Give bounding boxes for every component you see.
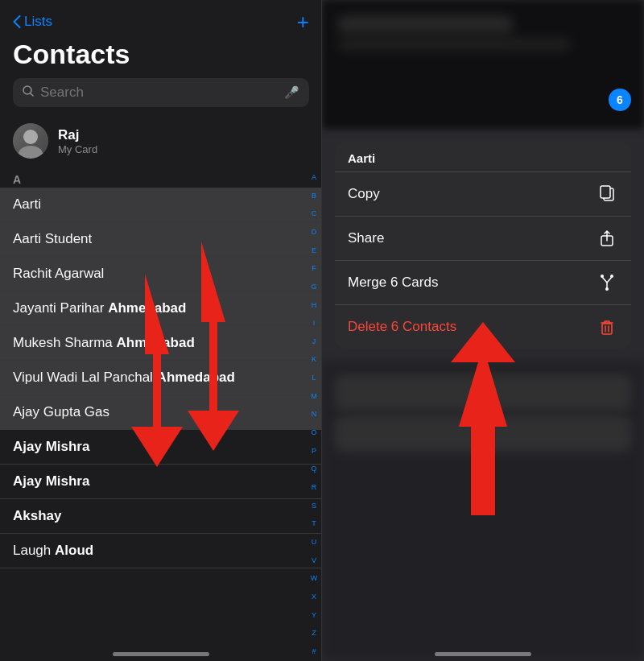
nav-bar: Lists + (0, 0, 322, 35)
alpha-e[interactable]: E (312, 246, 316, 255)
list-item[interactable]: Ajay Mishra (0, 465, 322, 499)
alpha-h[interactable]: H (312, 301, 317, 310)
contact-name: Vipul Wadi Lal Panchal Ahmedabad (13, 370, 235, 386)
contact-name: Ajay Mishra (13, 439, 89, 455)
alpha-r[interactable]: R (312, 483, 317, 492)
alpha-b[interactable]: B (312, 192, 316, 200)
alpha-k[interactable]: K (312, 355, 316, 364)
left-panel: Lists + Contacts 🎤 Raj My Card A Aarti (0, 0, 322, 661)
alpha-u[interactable]: U (312, 538, 317, 547)
alpha-p[interactable]: P (312, 447, 316, 456)
contact-list: A Aarti Aarti Student Rachit Agarwal Jay… (0, 168, 322, 661)
share-label: Share (348, 230, 384, 246)
svg-point-10 (610, 275, 613, 278)
contact-name: Ajay Gupta Gas (13, 404, 109, 420)
list-item[interactable]: Vipul Wadi Lal Panchal Ahmedabad (0, 361, 322, 395)
alpha-j[interactable]: J (312, 337, 316, 346)
alpha-x[interactable]: X (312, 593, 316, 601)
contact-name: Mukesh Sharma Ahmedabad (13, 335, 195, 351)
list-item[interactable]: Jayanti Parihar Ahmedabad (0, 291, 322, 326)
list-item[interactable]: Aarti Student (0, 222, 322, 257)
my-card-sub: My Card (58, 143, 97, 155)
contact-name: Laugh Aloud (13, 543, 93, 559)
merge-count-badge: 6 (609, 89, 631, 111)
alpha-a[interactable]: A (312, 173, 316, 182)
alpha-n[interactable]: N (312, 410, 317, 419)
alpha-hash[interactable]: # (312, 647, 316, 656)
list-item[interactable]: Ajay Gupta Gas (0, 395, 322, 430)
merge-menu-item[interactable]: Merge 6 Cards (335, 261, 631, 305)
contact-name: Aarti Student (13, 231, 92, 247)
my-card[interactable]: Raj My Card (0, 117, 322, 168)
alpha-q[interactable]: Q (311, 465, 316, 473)
search-bar: 🎤 (13, 78, 309, 107)
svg-rect-11 (602, 324, 612, 334)
home-indicator-right (435, 652, 531, 656)
alpha-z[interactable]: Z (312, 629, 316, 638)
blurred-background-top (322, 0, 644, 129)
contact-name: Akshay (13, 508, 61, 524)
alpha-t[interactable]: T (312, 519, 316, 528)
back-label: Lists (24, 14, 52, 30)
delete-menu-item[interactable]: Delete 6 Contacts (335, 305, 631, 349)
search-icon (23, 85, 34, 100)
page-title: Contacts (0, 35, 322, 78)
section-header-a: A (0, 168, 322, 188)
list-item[interactable]: Akshay (0, 499, 322, 534)
alpha-f[interactable]: F (312, 264, 316, 273)
contact-name: Ajay Mishra (13, 473, 89, 490)
delete-label: Delete 6 Contacts (348, 319, 456, 335)
avatar (13, 123, 48, 159)
context-menu-title: Aarti (335, 142, 631, 172)
share-icon (596, 227, 618, 250)
trash-icon (596, 316, 618, 338)
share-menu-item[interactable]: Share (335, 217, 631, 261)
context-menu: Aarti Copy Share Merge 6 Cards (335, 142, 631, 349)
right-panel: 6 Aarti Copy Share Merge 6 Cards (322, 0, 644, 661)
contact-name: Rachit Agarwal (13, 266, 104, 282)
home-indicator (113, 652, 209, 656)
list-item[interactable]: Aarti (0, 188, 322, 222)
alpha-v[interactable]: V (312, 556, 316, 565)
search-input[interactable] (40, 85, 278, 101)
my-card-name: Raj (58, 127, 97, 143)
back-chevron-icon (13, 15, 21, 28)
contact-name: Jayanti Parihar Ahmedabad (13, 300, 186, 316)
contact-name: Aarti (13, 196, 41, 213)
alpha-d[interactable]: D (312, 228, 317, 237)
list-item[interactable]: Mukesh Sharma Ahmedabad (0, 326, 322, 361)
copy-menu-item[interactable]: Copy (335, 172, 631, 217)
list-item[interactable]: Rachit Agarwal (0, 257, 322, 291)
list-item[interactable]: Laugh Aloud (0, 534, 322, 568)
list-item[interactable]: Ajay Mishra (0, 430, 322, 465)
mic-icon: 🎤 (284, 85, 299, 100)
alpha-c[interactable]: C (312, 209, 317, 218)
back-button[interactable]: Lists (13, 14, 52, 30)
alpha-s[interactable]: S (312, 502, 316, 510)
blurred-background-bottom (322, 361, 644, 661)
alpha-m[interactable]: M (311, 392, 317, 401)
alpha-o[interactable]: O (311, 428, 316, 437)
copy-icon (596, 183, 618, 205)
merge-icon (596, 271, 618, 294)
alpha-i[interactable]: I (313, 319, 316, 328)
add-button[interactable]: + (297, 11, 309, 32)
svg-rect-6 (601, 186, 610, 198)
svg-point-8 (605, 287, 609, 291)
alpha-g[interactable]: G (311, 283, 316, 291)
merge-label: Merge 6 Cards (348, 275, 438, 291)
alpha-l[interactable]: L (312, 374, 316, 382)
copy-label: Copy (348, 186, 380, 202)
alphabet-index: A B C D E F G H I J K L M N O P Q R S T … (308, 168, 320, 661)
alpha-y[interactable]: Y (312, 611, 316, 620)
alpha-w[interactable]: W (311, 574, 318, 583)
svg-point-9 (601, 275, 604, 278)
